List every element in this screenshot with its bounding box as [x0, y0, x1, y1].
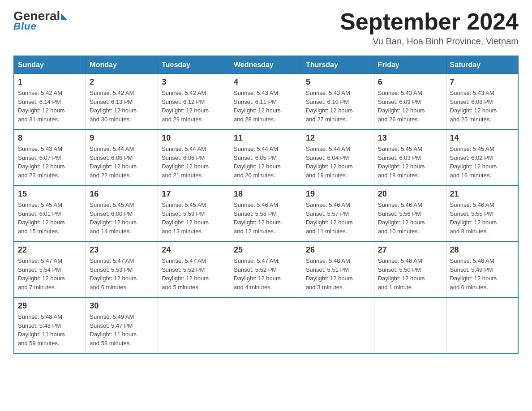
day-info: Sunrise: 5:43 AMSunset: 6:10 PMDaylight:…	[306, 89, 370, 124]
day-info: Sunrise: 5:42 AMSunset: 6:12 PMDaylight:…	[162, 89, 226, 124]
day-number: 10	[162, 133, 226, 143]
day-of-week-sunday: Sunday	[14, 56, 86, 74]
day-number: 8	[18, 133, 82, 143]
day-info: Sunrise: 5:47 AMSunset: 5:52 PMDaylight:…	[162, 257, 226, 291]
calendar-cell	[158, 297, 230, 353]
calendar-week-row: 22Sunrise: 5:47 AMSunset: 5:54 PMDayligh…	[14, 241, 518, 297]
calendar-cell: 13Sunrise: 5:45 AMSunset: 6:03 PMDayligh…	[374, 129, 446, 185]
day-info: Sunrise: 5:46 AMSunset: 5:58 PMDaylight:…	[234, 201, 298, 235]
logo-area: General Blue	[13, 9, 67, 32]
day-info: Sunrise: 5:42 AMSunset: 6:13 PMDaylight:…	[90, 89, 154, 124]
day-number: 22	[18, 245, 82, 255]
day-info: Sunrise: 5:48 AMSunset: 5:51 PMDaylight:…	[306, 257, 370, 291]
day-info: Sunrise: 5:48 AMSunset: 5:50 PMDaylight:…	[378, 257, 442, 291]
day-number: 24	[162, 245, 226, 255]
day-of-week-thursday: Thursday	[302, 56, 374, 74]
calendar-cell: 17Sunrise: 5:45 AMSunset: 5:59 PMDayligh…	[158, 185, 230, 241]
calendar-cell: 26Sunrise: 5:48 AMSunset: 5:51 PMDayligh…	[302, 241, 374, 297]
day-info: Sunrise: 5:47 AMSunset: 5:54 PMDaylight:…	[18, 257, 82, 291]
day-of-week-tuesday: Tuesday	[158, 56, 230, 74]
day-number: 9	[90, 133, 154, 143]
calendar-cell: 23Sunrise: 5:47 AMSunset: 5:53 PMDayligh…	[86, 241, 158, 297]
calendar-cell: 27Sunrise: 5:48 AMSunset: 5:50 PMDayligh…	[374, 241, 446, 297]
calendar-cell: 9Sunrise: 5:44 AMSunset: 6:06 PMDaylight…	[86, 129, 158, 185]
day-number: 15	[18, 189, 82, 199]
day-info: Sunrise: 5:48 AMSunset: 5:48 PMDaylight:…	[18, 313, 82, 347]
calendar-header-row: SundayMondayTuesdayWednesdayThursdayFrid…	[14, 56, 518, 74]
day-number: 16	[90, 189, 154, 199]
day-info: Sunrise: 5:45 AMSunset: 6:01 PMDaylight:…	[18, 201, 82, 235]
day-info: Sunrise: 5:45 AMSunset: 5:59 PMDaylight:…	[162, 201, 226, 235]
calendar-table: SundayMondayTuesdayWednesdayThursdayFrid…	[13, 56, 519, 354]
calendar-cell: 20Sunrise: 5:46 AMSunset: 5:56 PMDayligh…	[374, 185, 446, 241]
day-info: Sunrise: 5:42 AMSunset: 6:14 PMDaylight:…	[18, 89, 82, 124]
day-number: 1	[18, 77, 82, 87]
calendar-cell: 6Sunrise: 5:43 AMSunset: 6:09 PMDaylight…	[374, 74, 446, 130]
day-number: 27	[378, 245, 442, 255]
day-info: Sunrise: 5:45 AMSunset: 6:02 PMDaylight:…	[450, 145, 514, 180]
day-of-week-wednesday: Wednesday	[230, 56, 302, 74]
calendar-week-row: 15Sunrise: 5:45 AMSunset: 6:01 PMDayligh…	[14, 185, 518, 241]
calendar-cell: 16Sunrise: 5:45 AMSunset: 6:00 PMDayligh…	[86, 185, 158, 241]
calendar-cell	[446, 297, 518, 353]
calendar-cell: 19Sunrise: 5:46 AMSunset: 5:57 PMDayligh…	[302, 185, 374, 241]
day-info: Sunrise: 5:43 AMSunset: 6:07 PMDaylight:…	[18, 145, 82, 180]
day-number: 2	[90, 77, 154, 87]
day-number: 14	[450, 133, 514, 143]
calendar-cell: 30Sunrise: 5:49 AMSunset: 5:47 PMDayligh…	[86, 297, 158, 353]
day-of-week-monday: Monday	[86, 56, 158, 74]
calendar-cell: 25Sunrise: 5:47 AMSunset: 5:52 PMDayligh…	[230, 241, 302, 297]
calendar-week-row: 8Sunrise: 5:43 AMSunset: 6:07 PMDaylight…	[14, 129, 518, 185]
day-of-week-friday: Friday	[374, 56, 446, 74]
calendar-cell: 1Sunrise: 5:42 AMSunset: 6:14 PMDaylight…	[14, 74, 86, 130]
page-header: General Blue September 2024 Vu Ban, Hoa …	[13, 9, 519, 47]
day-info: Sunrise: 5:43 AMSunset: 6:08 PMDaylight:…	[450, 89, 514, 124]
calendar-cell: 11Sunrise: 5:44 AMSunset: 6:05 PMDayligh…	[230, 129, 302, 185]
day-number: 4	[234, 77, 298, 87]
day-number: 26	[306, 245, 370, 255]
logo-triangle-icon	[61, 13, 67, 20]
logo-blue: Blue	[13, 21, 37, 32]
day-info: Sunrise: 5:44 AMSunset: 6:04 PMDaylight:…	[306, 145, 370, 180]
location: Vu Ban, Hoa Binh Province, Vietnam	[340, 36, 519, 47]
calendar-cell: 21Sunrise: 5:46 AMSunset: 5:55 PMDayligh…	[446, 185, 518, 241]
day-number: 13	[378, 133, 442, 143]
calendar-cell: 22Sunrise: 5:47 AMSunset: 5:54 PMDayligh…	[14, 241, 86, 297]
day-number: 30	[90, 301, 154, 311]
day-info: Sunrise: 5:44 AMSunset: 6:06 PMDaylight:…	[90, 145, 154, 180]
title-area: September 2024 Vu Ban, Hoa Binh Province…	[340, 9, 519, 47]
calendar-cell: 8Sunrise: 5:43 AMSunset: 6:07 PMDaylight…	[14, 129, 86, 185]
calendar-cell: 28Sunrise: 5:48 AMSunset: 5:49 PMDayligh…	[446, 241, 518, 297]
calendar-cell: 12Sunrise: 5:44 AMSunset: 6:04 PMDayligh…	[302, 129, 374, 185]
calendar-week-row: 29Sunrise: 5:48 AMSunset: 5:48 PMDayligh…	[14, 297, 518, 353]
calendar-cell	[230, 297, 302, 353]
day-number: 23	[90, 245, 154, 255]
calendar-cell: 18Sunrise: 5:46 AMSunset: 5:58 PMDayligh…	[230, 185, 302, 241]
calendar-cell: 7Sunrise: 5:43 AMSunset: 6:08 PMDaylight…	[446, 74, 518, 130]
day-number: 21	[450, 189, 514, 199]
day-info: Sunrise: 5:43 AMSunset: 6:09 PMDaylight:…	[378, 89, 442, 124]
month-title: September 2024	[340, 9, 519, 34]
calendar-cell: 24Sunrise: 5:47 AMSunset: 5:52 PMDayligh…	[158, 241, 230, 297]
day-number: 5	[306, 77, 370, 87]
day-info: Sunrise: 5:43 AMSunset: 6:11 PMDaylight:…	[234, 89, 298, 124]
day-info: Sunrise: 5:47 AMSunset: 5:53 PMDaylight:…	[90, 257, 154, 291]
day-of-week-saturday: Saturday	[446, 56, 518, 74]
day-number: 3	[162, 77, 226, 87]
day-info: Sunrise: 5:49 AMSunset: 5:47 PMDaylight:…	[90, 313, 154, 347]
day-number: 6	[378, 77, 442, 87]
day-number: 7	[450, 77, 514, 87]
day-number: 11	[234, 133, 298, 143]
calendar-cell: 2Sunrise: 5:42 AMSunset: 6:13 PMDaylight…	[86, 74, 158, 130]
day-info: Sunrise: 5:48 AMSunset: 5:49 PMDaylight:…	[450, 257, 514, 291]
day-number: 25	[234, 245, 298, 255]
day-info: Sunrise: 5:44 AMSunset: 6:05 PMDaylight:…	[234, 145, 298, 180]
day-number: 28	[450, 245, 514, 255]
day-number: 19	[306, 189, 370, 199]
calendar-cell: 15Sunrise: 5:45 AMSunset: 6:01 PMDayligh…	[14, 185, 86, 241]
day-info: Sunrise: 5:45 AMSunset: 6:00 PMDaylight:…	[90, 201, 154, 235]
calendar-cell	[302, 297, 374, 353]
calendar-cell: 4Sunrise: 5:43 AMSunset: 6:11 PMDaylight…	[230, 74, 302, 130]
day-number: 18	[234, 189, 298, 199]
day-number: 17	[162, 189, 226, 199]
